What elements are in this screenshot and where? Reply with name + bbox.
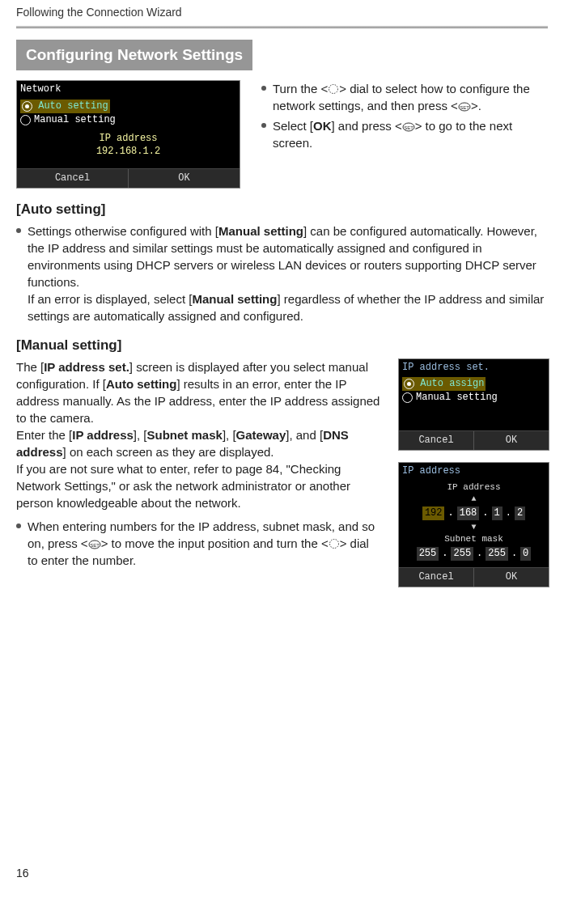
shot1-opt1-label: Auto setting [38,100,108,112]
tb2-a: Select [ [273,119,313,133]
shot1-option-manual: Manual setting [20,113,236,127]
shot3-mask-label: Subnet mask [402,533,545,545]
tb2-c: ] and press < [332,119,402,133]
shot3-m2: 255 [451,547,473,561]
up-arrow-icon: ▲ [471,494,476,505]
shot1-cancel: Cancel [17,169,128,188]
bullet-icon [261,123,266,128]
page-number: 16 [16,866,29,882]
shot1-ok: OK [128,169,240,188]
mp2g: ], and [ [286,428,323,442]
shot3-cancel: Cancel [399,568,473,587]
auto-bullet: Settings otherwise configured with [Manu… [16,223,548,324]
mp2b: IP address [72,428,134,442]
shot3-ip4: 2 [515,507,525,520]
mb1b: > to move the input position and turn th… [101,536,329,550]
shot2-option-manual: Manual setting [402,391,545,405]
shot1-line2: 192.168.1.2 [20,145,236,159]
shot2-opt1-label: Auto assign [420,378,484,389]
dial-icon [329,538,340,549]
down-arrow-icon: ▼ [471,522,476,533]
shot3-ip-label: IP address [402,481,545,494]
bullet-icon [261,86,266,91]
mp2f: Gateway [236,428,286,442]
set-icon: SET [458,102,471,112]
set-icon: SET [402,122,415,132]
svg-text:SET: SET [404,125,413,130]
mp1a: The [ [16,360,44,374]
tb2-b: OK [313,119,332,133]
shot1-option-auto: Auto setting [20,100,110,113]
mp2e: ], [ [223,428,236,442]
shot3-ip1: 192 [422,507,445,520]
mp1d: Auto setting [106,377,177,391]
radio-unselected-icon [20,115,31,125]
dial-icon [328,83,339,95]
shot3-ip-row: 192. 168. 1. 2 [402,505,545,522]
top-bullet-2: Select [OK] and press <SET> to go to the… [261,117,548,151]
svg-point-0 [329,85,338,94]
section-title: Configuring Network Settings [16,40,252,71]
mp1b: IP address set. [44,360,129,374]
shot1-opt2-label: Manual setting [34,113,116,127]
header-divider [16,26,548,28]
shot3-m4: 0 [520,547,531,561]
manual-bullet-1: When entering numbers for the IP address… [16,518,382,569]
tb1-c: >. [471,99,481,112]
bullet-icon [16,228,21,233]
mp2i: ] on each screen as they are displayed. [63,445,274,459]
shot3-m1: 255 [417,547,439,561]
shot2-opt2-label: Manual setting [416,391,498,405]
svg-text:SET: SET [460,105,469,110]
manual-p2: Enter the [IP address], [Subnet mask], [… [16,426,382,460]
auto-p1b: Manual setting [218,224,303,238]
shot1-title: Network [17,81,240,98]
shot2-option-auto: Auto assign [402,377,486,391]
shot2-cancel: Cancel [399,431,473,450]
set-icon: SET [88,540,101,549]
tb1-a: Turn the < [273,82,328,95]
manual-heading: [Manual setting] [16,336,548,355]
mp2a: Enter the [ [16,428,72,442]
manual-p3: If you are not sure what to enter, refer… [16,460,382,511]
shot3-ip3: 1 [492,507,503,520]
radio-selected-icon [22,101,32,112]
shot3-m3: 255 [486,547,508,561]
shot3-ok: OK [473,568,549,587]
shot3-mask-row: 255. 255. 255. 0 [402,545,545,562]
shot1-line1: IP address [20,132,236,146]
svg-point-7 [329,539,338,548]
shot3-title: IP address [399,463,549,480]
auto-p2a: If an error is displayed, select [ [28,292,192,306]
radio-unselected-icon [402,392,413,403]
svg-text:SET: SET [90,542,100,547]
shot3-ip2: 168 [457,507,480,520]
shot2-ok: OK [473,431,549,450]
screenshot-network: Network Auto setting Manual setting IP a… [16,80,240,189]
top-bullet-1: Turn the <> dial to select how to config… [261,80,548,114]
bullet-icon [16,523,21,528]
running-header: Following the Connection Wizard [16,0,548,21]
mp2d: Subnet mask [147,428,223,442]
auto-heading: [Auto setting] [16,200,548,219]
shot2-title: IP address set. [399,359,549,376]
manual-p1: The [IP address set.] screen is displaye… [16,358,382,426]
mp2c: ], [ [134,428,147,442]
auto-p1a: Settings otherwise configured with [ [28,224,218,238]
auto-p2b: Manual setting [192,292,277,306]
screenshot-ip-entry: IP address IP address ▲ 192. 168. 1. 2 ▼… [398,462,549,587]
screenshot-ip-address-set: IP address set. Auto assign Manual setti… [398,358,549,451]
radio-selected-icon [404,379,414,389]
